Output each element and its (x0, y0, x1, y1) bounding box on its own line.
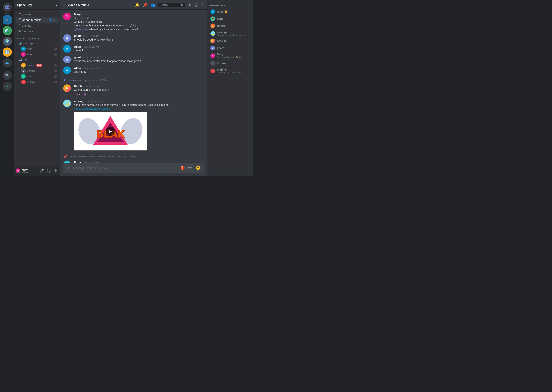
attachment-button[interactable]: ＋ (66, 165, 71, 171)
member-name-fiona: fiona (217, 17, 249, 20)
search-box[interactable]: 🔍 (158, 3, 185, 7)
user-bar: M Mary #0000 🎤 🎧 ⚙ (14, 166, 60, 176)
message-text-mary-1: ＼(；▽；)／ (74, 16, 203, 20)
emoji-icon[interactable]: 😊 (196, 166, 201, 170)
voice-user-muffins[interactable]: m muffins 🎥 (16, 79, 59, 84)
server-icon-4[interactable]: 🔢 (3, 48, 12, 57)
voice-user-name-allan: Allan (27, 48, 32, 50)
voice-user-mary[interactable]: M Mary 🎥 (16, 52, 59, 57)
user-settings-button[interactable]: ⚙ (52, 168, 59, 174)
download-icon[interactable]: ⬇ (188, 3, 191, 7)
hash-icon-general: # (19, 12, 21, 16)
add-members-icon[interactable]: 👤 (49, 18, 52, 22)
pin-icon[interactable]: 📌 (143, 3, 147, 7)
gif-button[interactable]: GIF (187, 166, 193, 170)
channel-name-general: general (22, 13, 31, 16)
play-button[interactable]: ▶ (106, 127, 115, 136)
member-item-conner[interactable]: C Conner (208, 60, 251, 67)
member-item-gnarf[interactable]: g gnarf (208, 45, 251, 51)
channel-item-general[interactable]: # general (16, 11, 59, 17)
avatar-gnarf-1: g (63, 34, 71, 42)
reaction-1[interactable]: 👾 3 (74, 93, 81, 97)
voice-channel-lounge[interactable]: 🔊 Lounge (16, 41, 59, 46)
help-icon[interactable]: ? (202, 3, 203, 7)
server-header[interactable]: Space City ▾ (14, 0, 60, 10)
member-item-fiona[interactable]: 😊 fiona (208, 15, 251, 22)
timestamp-gnarf-2: Today at 9:18 AM (83, 56, 99, 59)
crown-icon: 👑 (224, 10, 227, 13)
system-timestamp-fiona: Yesterday at 2:38PM (88, 79, 108, 81)
system-actor-muffins[interactable]: muffins (70, 155, 78, 158)
members-header: MEMBERS — 9 (207, 3, 253, 8)
voice-user-allan[interactable]: A Allan 🎥 (16, 46, 59, 51)
avatar-gnarf-2: g (63, 56, 71, 63)
member-info-moongirl: moongirl Playing League of Legends 🖥 (217, 31, 249, 36)
embed-link[interactable]: https://youtu.be/OiDx6aQ928o (74, 107, 110, 110)
member-item-mary[interactable]: M Mary Streaming Drawing ✏️ 🖥 (208, 52, 251, 60)
server-icon-2[interactable]: 🌊 (3, 26, 12, 35)
author-gnarf-2[interactable]: gnarf (74, 56, 81, 59)
message-text-katelin: wanna start a listening party? (74, 88, 203, 92)
message-text-gnarf-1: Should be good tomorrow after 5 (74, 38, 203, 42)
member-item-muffins[interactable]: m muffins Listening to Spotify 🎵 🖥 (208, 67, 251, 75)
discover-button[interactable]: 🔍 (3, 71, 12, 80)
message-group-gnarf-1: g gnarf Today at 9:18 AM Should be good … (63, 34, 203, 42)
reaction-2[interactable]: 👾 3 (82, 93, 90, 97)
members-icon[interactable]: 👥 (151, 3, 155, 7)
voice-user-fiona[interactable]: f fiona 🎥 (16, 74, 59, 79)
server-icon-space-city[interactable]: 🚀 (3, 15, 12, 25)
avatar-conner-member: C (211, 61, 215, 66)
at-icon[interactable]: @ (195, 3, 198, 7)
timestamp-fiona: Today at 9:18 AM (82, 161, 99, 163)
channel-item-food-fails[interactable]: # food-fails (16, 28, 59, 34)
message-group-moongirl: 🌙 moongirl Today at 9:18 AM aaaa their n… (63, 99, 203, 150)
avatar-fiona-member: 😊 (211, 16, 215, 21)
discord-home-button[interactable] (3, 3, 12, 12)
message-header-moongirl: moongirl Today at 9:18 AM (74, 99, 203, 103)
voice-user-katelin[interactable]: K Katelin LIVE 🎥 (16, 63, 59, 68)
hash-icon-videos: # (19, 18, 21, 22)
message-group-gnarf-2: g gnarf Today at 9:18 AM ooh is that new… (63, 56, 203, 63)
search-input[interactable] (160, 3, 179, 6)
member-info-daniel: Daniel (217, 24, 249, 27)
headphone-button[interactable]: 🎧 (46, 168, 52, 174)
settings-icon[interactable]: ⚙ (53, 18, 56, 22)
server-icon-3[interactable]: 🌍 (3, 37, 12, 46)
author-mary[interactable]: Mary (74, 13, 81, 16)
member-item-moongirl[interactable]: 🌙 moongirl Playing League of Legends 🖥 (208, 29, 251, 37)
channel-list: # general # videos-n-music 👤 ⚙ # gaming … (14, 10, 60, 166)
channel-item-gaming[interactable]: # gaming (16, 23, 59, 28)
system-icon-arrow: ➤ (63, 78, 66, 82)
add-server-button[interactable]: ＋ (3, 82, 12, 91)
author-gnarf-1[interactable]: gnarf (74, 34, 81, 37)
server-icon-5[interactable]: 🐟 (3, 58, 12, 67)
voice-user-conner[interactable]: C Conner 🎥 (16, 68, 59, 73)
gift-icon[interactable]: 🎁 (180, 166, 185, 170)
author-allan-2[interactable]: Allan (74, 66, 81, 70)
message-group-mary-1: M Mary ＼(；▽；)／ we need to watch more the… (63, 13, 203, 31)
author-katelin[interactable]: Katelin (74, 84, 84, 88)
author-fiona[interactable]: fiona (74, 161, 81, 163)
member-item-katelin[interactable]: K Katelin (208, 37, 251, 44)
system-actor-fiona[interactable]: fiona (68, 79, 74, 82)
message-content-gnarf-2: gnarf Today at 9:18 AM ooh is that new a… (74, 56, 203, 63)
member-status-mary: Streaming Drawing ✏️ 🖥 (217, 56, 249, 59)
voice-user-name-mary: Mary (27, 53, 32, 56)
member-name-mary: Mary (217, 53, 249, 56)
pin-system-icon: 📌 (63, 154, 67, 159)
bell-icon[interactable]: 🔔 (135, 3, 139, 7)
channel-item-videos-n-music[interactable]: # videos-n-music 👤 ⚙ (16, 17, 59, 23)
member-item-daniel[interactable]: D Daniel (208, 22, 251, 29)
author-moongirl[interactable]: moongirl (74, 99, 86, 103)
video-embed: BEAK ▶ (74, 112, 147, 150)
voice-channels-label: ▾ VOICE CHANNELS (14, 34, 60, 41)
author-allan-1[interactable]: Allan (74, 45, 81, 48)
timestamp-allan-1: Today at 9:18 AM (83, 46, 99, 48)
member-info-muffins: muffins Listening to Spotify 🎵 🖥 (217, 68, 249, 74)
message-input[interactable] (73, 166, 178, 170)
microphone-button[interactable]: 🎤 (39, 168, 45, 174)
avatar-muffins-member: m (211, 69, 215, 73)
voice-channel-dnd[interactable]: 🔊 DnD (16, 57, 59, 63)
message-text-moongirl-link: https://youtu.be/OiDx6aQ928o (74, 107, 203, 111)
member-item-allan[interactable]: A Allan 👑 (208, 8, 251, 15)
